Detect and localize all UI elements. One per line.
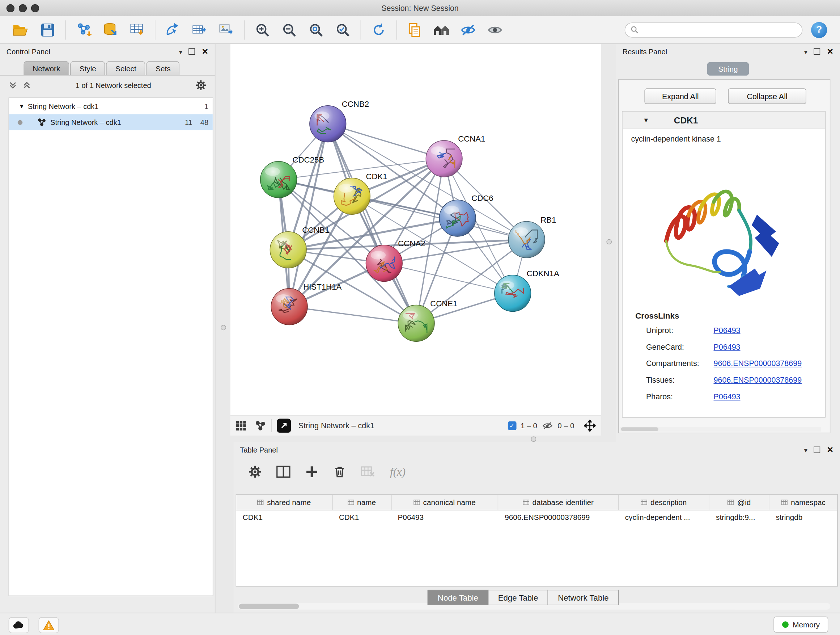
- crosslink-pharos-link[interactable]: P06493: [714, 393, 741, 401]
- collapse-all-icon[interactable]: [9, 81, 17, 90]
- results-panel-float-button[interactable]: [814, 48, 821, 55]
- export-table-button[interactable]: [189, 19, 210, 41]
- search-input[interactable]: [643, 25, 797, 35]
- results-panel-close-button[interactable]: ✕: [827, 47, 834, 57]
- network-view[interactable]: CCNB2CCNA1CDC25BCDK1CDC6RB1CCNB1CCNA2CDK…: [231, 44, 601, 435]
- network-view-icon[interactable]: [255, 420, 266, 431]
- save-session-button[interactable]: [37, 19, 58, 41]
- cell-id[interactable]: stringdb:9...: [709, 510, 769, 525]
- tab-select[interactable]: Select: [106, 61, 145, 75]
- table-panel-close-button[interactable]: ✕: [827, 445, 834, 455]
- add-column-icon[interactable]: [305, 465, 318, 478]
- table-row[interactable]: CDK1 CDK1 P06493 9606.ENSP00000378699 cy…: [236, 510, 837, 525]
- help-button[interactable]: ?: [811, 22, 827, 38]
- crosslink-uniprot-link[interactable]: P06493: [714, 326, 741, 334]
- cell-name[interactable]: CDK1: [332, 510, 392, 525]
- export-image-button[interactable]: [216, 19, 237, 41]
- show-columns-icon[interactable]: [276, 465, 291, 478]
- column-sort-icon: [641, 500, 647, 505]
- column-header[interactable]: namespac: [769, 495, 837, 510]
- export-network-button[interactable]: [163, 19, 184, 41]
- right-splitter-handle[interactable]: [606, 239, 612, 244]
- column-sort-icon: [728, 500, 734, 505]
- table-settings-gear-icon[interactable]: [248, 465, 262, 478]
- string-tab-label: String: [718, 65, 737, 73]
- network-graph[interactable]: CCNB2CCNA1CDC25BCDK1CDC6RB1CCNB1CCNA2CDK…: [231, 44, 601, 415]
- table-panel-float-button[interactable]: [814, 447, 821, 453]
- tab-style[interactable]: Style: [71, 61, 105, 75]
- gear-icon[interactable]: [196, 80, 207, 91]
- import-table-button[interactable]: [126, 19, 148, 41]
- results-scrollbar[interactable]: [620, 427, 821, 432]
- crosslink-genecard-link[interactable]: P06493: [714, 342, 741, 351]
- control-panel-float-button[interactable]: [189, 48, 195, 55]
- refresh-view-button[interactable]: [368, 19, 389, 41]
- grid-view-icon[interactable]: [236, 420, 247, 431]
- svg-text:CDKN1A: CDKN1A: [527, 269, 559, 278]
- warnings-button[interactable]: [39, 617, 59, 633]
- collection-expand-icon[interactable]: ▼: [19, 103, 25, 109]
- function-builder-button[interactable]: f(x): [390, 465, 406, 478]
- network-row-selected[interactable]: String Network – cdk1 11 48: [9, 114, 213, 130]
- cell-namespace[interactable]: stringdb: [769, 510, 837, 525]
- tab-network-table[interactable]: Network Table: [548, 590, 619, 605]
- svg-text:CCNA1: CCNA1: [458, 134, 485, 143]
- selection-checkbox[interactable]: ✓: [508, 421, 516, 430]
- network-collection-row[interactable]: ▼ String Network – cdk1 1: [9, 98, 213, 114]
- column-header[interactable]: shared name: [236, 495, 332, 510]
- crosslink-tissues-link[interactable]: 9606.ENSP00000378699: [714, 376, 802, 385]
- column-sort-icon: [347, 500, 354, 505]
- database-icon: [103, 22, 118, 37]
- cell-description[interactable]: cyclin-dependent ...: [619, 510, 709, 525]
- houses-icon: [433, 23, 450, 37]
- zoom-selected-button[interactable]: [332, 19, 354, 41]
- neighborhood-button[interactable]: [431, 19, 452, 41]
- tab-string[interactable]: String: [707, 62, 749, 76]
- import-network-file-button[interactable]: [73, 19, 94, 41]
- cell-shared-name[interactable]: CDK1: [236, 510, 332, 525]
- zoom-selected-icon: [335, 22, 350, 37]
- expand-all-button[interactable]: Expand All: [644, 88, 716, 104]
- column-header[interactable]: name: [332, 495, 392, 510]
- protein-section-header[interactable]: ▼ CDK1: [622, 111, 825, 129]
- results-panel-menu-icon[interactable]: ▾: [804, 48, 808, 55]
- tab-edge-table[interactable]: Edge Table: [488, 590, 548, 605]
- crosslink-compartments-link[interactable]: 9606.ENSP00000378699: [714, 359, 802, 368]
- expand-all-label: Expand All: [662, 92, 699, 101]
- zoom-fit-button[interactable]: [305, 19, 327, 41]
- pan-crosshair-icon[interactable]: [584, 420, 596, 432]
- left-splitter-handle[interactable]: [221, 325, 226, 330]
- cloud-status-button[interactable]: [9, 617, 29, 633]
- tab-network[interactable]: Network: [24, 61, 69, 75]
- column-header[interactable]: description: [619, 495, 709, 510]
- collection-name: String Network – cdk1: [28, 102, 193, 110]
- import-network-database-button[interactable]: [99, 19, 121, 41]
- table-panel-menu-icon[interactable]: ▾: [804, 447, 808, 453]
- title-bar: Session: New Session: [0, 0, 840, 17]
- tab-sets[interactable]: Sets: [147, 61, 180, 75]
- cell-canonical-name[interactable]: P06493: [392, 510, 499, 525]
- protein-structure-image: [654, 157, 791, 302]
- column-header[interactable]: @id: [709, 495, 769, 510]
- zoom-in-button[interactable]: [252, 19, 273, 41]
- column-header[interactable]: database identifier: [498, 495, 619, 510]
- memory-button[interactable]: Memory: [774, 616, 828, 632]
- protein-expand-icon[interactable]: ▼: [643, 116, 649, 124]
- hide-selected-button[interactable]: [458, 19, 479, 41]
- cell-database-identifier[interactable]: 9606.ENSP00000378699: [498, 510, 619, 525]
- zoom-out-button[interactable]: [279, 19, 300, 41]
- collapse-all-button[interactable]: Collapse All: [728, 88, 806, 104]
- expand-all-icon[interactable]: [22, 81, 31, 90]
- duplicate-network-button[interactable]: [404, 19, 425, 41]
- horizontal-splitter-handle[interactable]: [531, 436, 537, 442]
- delete-column-trash-icon[interactable]: [333, 465, 346, 478]
- column-header[interactable]: canonical name: [392, 495, 499, 510]
- detach-view-button[interactable]: [277, 419, 291, 433]
- show-all-button[interactable]: [485, 19, 506, 41]
- control-panel-close-button[interactable]: ✕: [202, 47, 208, 57]
- tab-node-table[interactable]: Node Table: [428, 590, 488, 605]
- open-session-button[interactable]: [10, 19, 32, 41]
- network-icon: [38, 118, 46, 127]
- results-panel: Results Panel ▾ ✕ String Expand All Coll…: [616, 44, 840, 442]
- control-panel-menu-icon[interactable]: ▾: [179, 48, 182, 55]
